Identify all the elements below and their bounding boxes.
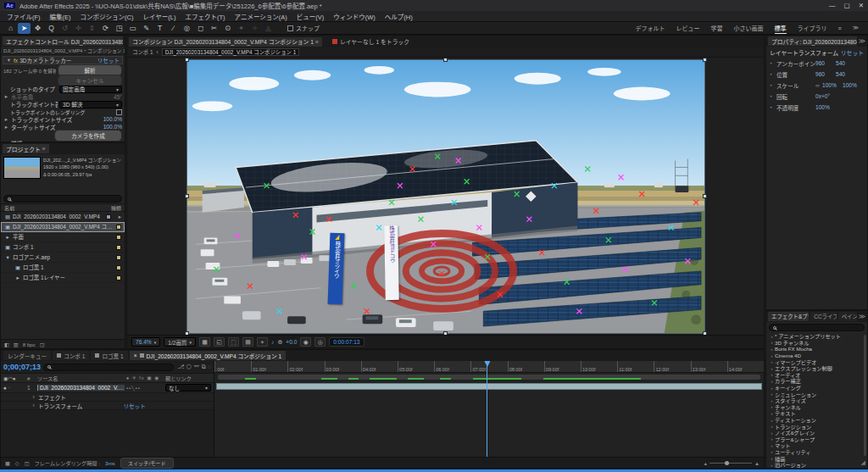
pen-tool[interactable]: ✎ <box>140 23 153 34</box>
link-icon[interactable]: ∞ <box>815 82 822 88</box>
effects-category[interactable]: › Boris FX Mocha <box>766 346 867 353</box>
people-tool-2[interactable]: ✧ <box>248 23 261 34</box>
workspace-tab[interactable]: デフォルト <box>636 23 665 34</box>
expand-icon[interactable]: ▾ <box>6 57 12 64</box>
stopwatch-icon[interactable]: ◔ <box>769 71 776 77</box>
timeline-tab[interactable]: ロゴ黒 1 <box>91 351 127 360</box>
clone-stamp-tool[interactable]: ◎ <box>181 23 193 34</box>
motion-blur-icon[interactable]: ◌ <box>208 364 211 370</box>
tab-cc-libraries[interactable]: CCライブラリ <box>810 312 836 321</box>
tab-project[interactable]: プロジェクト≡ <box>3 144 49 153</box>
stopwatch-icon[interactable]: ◔ <box>769 104 776 110</box>
effects-category[interactable]: › マット <box>766 442 867 449</box>
transform-reset-link[interactable]: リセット <box>123 402 145 410</box>
effects-category[interactable]: › チャンネル <box>766 404 867 411</box>
home-icon[interactable]: ⌂ <box>4 23 17 34</box>
zoom-slider-knob[interactable] <box>725 461 729 465</box>
menu-item[interactable]: エフェクト(T) <box>185 12 225 21</box>
effects-category[interactable]: › 3D チャンネル <box>766 340 867 347</box>
chevron-right-icon[interactable]: › <box>769 340 775 345</box>
timeline-search-input[interactable] <box>43 364 174 371</box>
property-value[interactable]: 540 <box>836 60 856 66</box>
chevron-right-icon[interactable]: › <box>769 449 775 454</box>
close-button[interactable]: ✕ <box>859 2 864 9</box>
layer-handle-tl[interactable] <box>185 58 189 62</box>
puppet-pin-tool[interactable]: ⊙ <box>221 23 234 34</box>
effects-category[interactable]: › テキスト <box>766 410 867 417</box>
effect-reset-link[interactable]: リセット <box>97 56 120 64</box>
dolly-camera-tool[interactable]: ⇕ <box>86 23 98 34</box>
chevron-right-icon[interactable]: › <box>769 398 775 403</box>
layer-name[interactable]: DJI_20260203134804_0002_V.MP4 <box>37 385 125 391</box>
magnification-dropdown[interactable]: 76.4%▾ <box>131 337 160 347</box>
menu-item[interactable]: アニメーション(A) <box>235 12 287 21</box>
workspace-tab[interactable]: 標準 <box>775 23 787 34</box>
label-chip[interactable] <box>116 275 121 280</box>
project-item[interactable]: ▣ DJI_20260203134804_0002_V.MP4 コンポジション … <box>1 222 125 232</box>
type-tool[interactable]: T <box>153 23 166 34</box>
snapshot-icon[interactable]: ◉ <box>300 337 311 347</box>
composition-image[interactable]: 株式会社ミツイワ 株式会社ヨドコウ <box>187 60 704 333</box>
effects-category[interactable]: › ブラー&シャープ <box>766 436 867 443</box>
stopwatch-icon[interactable]: ◔ <box>769 82 776 88</box>
chevron-right-icon[interactable]: › <box>769 456 775 461</box>
effects-category[interactable]: › オーディオ <box>766 372 867 379</box>
zoom-out-icon[interactable]: ▴ <box>704 460 707 466</box>
chevron-right-icon[interactable]: › <box>769 418 775 423</box>
panel-menu-icon[interactable]: ≡ <box>42 146 46 152</box>
project-item[interactable]: ▸ ロゴ黒 1レイヤー <box>1 273 125 283</box>
frame-blend-icon[interactable]: ⧉ <box>202 364 206 370</box>
snap-checkbox[interactable] <box>287 25 293 31</box>
interpret-footage-icon[interactable]: ◧ <box>4 342 9 347</box>
chevron-right-icon[interactable]: › <box>769 424 775 429</box>
menu-item[interactable]: ヘルプ(H) <box>385 12 413 21</box>
eye-icon[interactable]: ● <box>3 385 7 391</box>
chevron-right-icon[interactable]: › <box>769 436 775 441</box>
panel-overflow-icon[interactable]: ≫ <box>859 313 865 320</box>
gear-icon[interactable]: ⚙ <box>277 339 282 346</box>
tab-track-layer[interactable]: レイヤーなし 1 をトラック <box>332 37 409 46</box>
create-camera-button[interactable]: カメラを作成 <box>54 130 122 142</box>
property-value[interactable]: 100% <box>843 82 863 88</box>
exposure-value[interactable]: +0.0 <box>286 339 297 345</box>
workspace-tab[interactable]: レビュー <box>676 23 700 34</box>
project-column-headers[interactable]: 名前 種類 <box>1 203 125 212</box>
workspace-tab[interactable]: 学習 <box>711 23 723 34</box>
target-size-value[interactable]: 100.0% <box>103 124 122 130</box>
project-item[interactable]: ▣ コンポ 1 <box>1 242 125 253</box>
chevron-right-icon[interactable]: › <box>769 379 775 384</box>
draft-3d-icon[interactable]: ⬡ <box>186 364 192 370</box>
shy-icon[interactable]: ⌤ <box>193 364 200 370</box>
effects-group-row[interactable]: › エフェクト <box>1 393 214 402</box>
timeline-tab[interactable]: × DJI_20260203134804_0002_V.MP4 コンポジション … <box>130 351 286 360</box>
chevron-right-icon[interactable]: › <box>769 359 775 364</box>
chevron-right-icon[interactable]: › <box>769 404 775 409</box>
effects-search-input[interactable] <box>769 324 865 331</box>
pan-behind-tool[interactable]: ◳ <box>113 23 125 34</box>
timeline-track-area[interactable]: :00f01:00f02:00f03:00f04:00f05:00f06:00f… <box>214 361 764 457</box>
label-chip[interactable] <box>116 255 121 260</box>
maximize-button[interactable]: ▢ <box>844 2 850 9</box>
shape-tool[interactable]: ▭ <box>126 23 139 34</box>
tab-effect-controls[interactable]: エフェクトコントロール DJI_20260203134804_0002_V.MP… <box>3 36 123 46</box>
brush-tool[interactable]: ∕ <box>167 23 180 34</box>
graph-editor-icon[interactable]: ◫ <box>25 460 30 466</box>
effects-scrollbar[interactable] <box>864 335 866 456</box>
timeline-tab[interactable]: レンダーキュー <box>3 351 51 360</box>
chevron-right-icon[interactable]: › <box>769 353 775 358</box>
new-folder-icon[interactable]: ▥ <box>14 342 19 347</box>
filmstrip-icon[interactable]: ▦ <box>5 460 10 466</box>
menu-item[interactable]: ビュー(V) <box>297 12 325 21</box>
property-value[interactable]: 0x+0° <box>815 93 836 99</box>
effects-category[interactable]: › * アニメーションプリセット <box>766 333 867 340</box>
nav-current-comp[interactable]: DJI_20260203134804_0002_V.MP4 コンポジション 1 <box>162 48 300 56</box>
effects-category[interactable]: › カラー補正 <box>766 378 867 385</box>
selection-tool[interactable]: ➤ <box>18 23 31 34</box>
property-value[interactable]: 100% <box>815 104 836 110</box>
flowchart-icon[interactable]: ⎇ <box>178 364 185 370</box>
viewer-canvas[interactable]: 株式会社ミツイワ 株式会社ヨドコウ <box>127 58 764 335</box>
rotation-tool[interactable]: ⟳ <box>99 23 112 34</box>
label-chip[interactable] <box>116 235 121 240</box>
pan-camera-tool[interactable]: ✛ <box>72 23 85 34</box>
effects-category[interactable]: › イマーシブビデオ <box>766 358 867 365</box>
